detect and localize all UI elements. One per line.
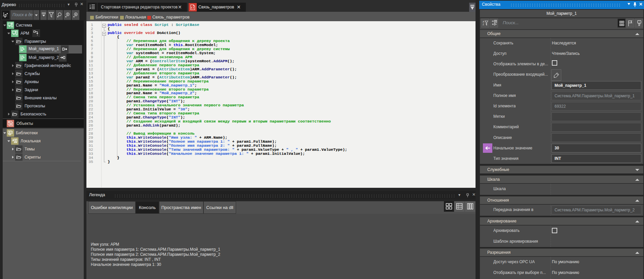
svg-text:Z: Z: [483, 23, 484, 26]
